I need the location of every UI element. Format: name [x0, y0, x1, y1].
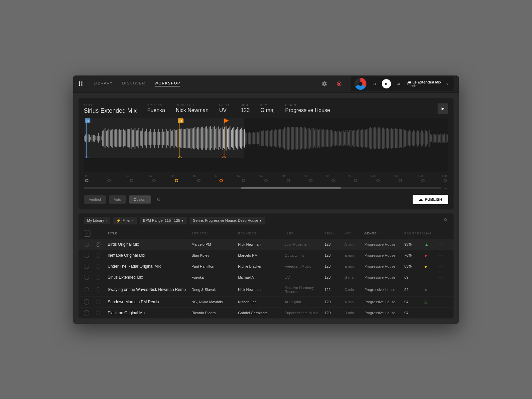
col-artists[interactable]: ARTISTS ↕ — [192, 232, 238, 235]
nav-discover[interactable]: DISCOVER — [122, 81, 145, 86]
track-status[interactable] — [96, 300, 100, 304]
cue-dot-16[interactable] — [444, 179, 447, 182]
svg-rect-60 — [159, 132, 160, 145]
table-row[interactable]: Ineffable Original Mix Stan Kolev Marcel… — [78, 250, 454, 261]
track-play-button[interactable]: ▶ — [438, 103, 448, 114]
filter-button[interactable]: ⚡ Filter ▾ — [113, 217, 137, 224]
search-button[interactable] — [444, 218, 448, 223]
scroll-arrows[interactable]: ↔ — [444, 186, 448, 191]
cue-dot-13[interactable] — [376, 179, 380, 182]
bpm-filter-label: BPM Range: 115 - 125 — [143, 218, 180, 222]
row-select[interactable] — [84, 310, 96, 316]
bpm-filter-tag[interactable]: BPM Range: 115 - 125 ▾ — [140, 217, 187, 224]
nav-workshop[interactable]: WORKSHOP — [155, 81, 180, 86]
track-status[interactable] — [96, 264, 100, 269]
track-status[interactable] — [96, 287, 100, 292]
player-expand-button[interactable]: ∨ — [445, 80, 450, 87]
track-remixers: Gabriel Carminatti — [238, 311, 285, 315]
artists-sort-icon: ↕ — [207, 232, 209, 235]
cue-dot-3[interactable] — [152, 179, 156, 182]
next-track-button[interactable]: ⏭ — [394, 79, 403, 88]
cue-dot-5[interactable] — [197, 179, 200, 182]
table-row[interactable]: ✓ ✓ Birds Original Mix Marcelo PM Nick N… — [78, 239, 454, 250]
cue-dot-11[interactable] — [332, 179, 335, 182]
track-status[interactable] — [96, 311, 100, 315]
col-key[interactable]: KEY ↕ — [344, 232, 364, 235]
scrollbar-thumb[interactable] — [241, 187, 341, 189]
col-title[interactable]: TITLE ↑ — [108, 232, 192, 235]
table-row[interactable]: Plankton Original Mix Ricardo Piedra Gab… — [78, 308, 454, 319]
row-select[interactable] — [84, 287, 96, 292]
svg-rect-131 — [252, 132, 253, 144]
row-select[interactable]: ✓ — [84, 242, 96, 247]
svg-rect-70 — [172, 130, 173, 146]
play-pause-button[interactable]: ▶ — [382, 79, 391, 88]
row-select[interactable] — [84, 264, 96, 269]
table-row[interactable]: Swaying on the Waves Nick Newman Remix D… — [78, 283, 454, 297]
row-select[interactable] — [84, 275, 96, 280]
svg-rect-281 — [447, 134, 448, 142]
track-actions-button[interactable]: ··· — [438, 253, 448, 258]
col-genre[interactable]: GENRE ↑ — [364, 232, 404, 235]
track-status[interactable]: ✓ — [96, 242, 100, 247]
svg-rect-233 — [384, 128, 385, 148]
verified-button[interactable]: Verified — [84, 196, 106, 203]
svg-rect-24 — [112, 129, 113, 148]
track-status[interactable] — [96, 275, 100, 280]
svg-rect-216 — [362, 129, 363, 147]
select-all-button[interactable]: − — [84, 230, 90, 237]
refresh-button[interactable]: ↻ — [154, 195, 163, 204]
svg-rect-82 — [188, 128, 189, 148]
track-status[interactable] — [96, 253, 100, 258]
table-row[interactable]: Sundown Marcelo PM Remix NG, Nikko Mavri… — [78, 297, 454, 308]
col-remixers[interactable]: REMIXERS ↕ — [238, 232, 285, 235]
svg-rect-199 — [340, 132, 341, 145]
col-select[interactable]: − — [84, 230, 96, 237]
scrollbar-track[interactable] — [84, 187, 441, 189]
cue-dot-14[interactable] — [399, 179, 402, 182]
svg-rect-206 — [349, 130, 350, 146]
settings-button[interactable] — [319, 78, 330, 89]
cue-dot-6[interactable] — [219, 179, 223, 182]
table-row[interactable]: Under The Radar Original Mix Paul Hamilt… — [78, 261, 454, 272]
cue-dot-7[interactable] — [242, 179, 245, 182]
svg-rect-33 — [124, 130, 125, 146]
track-actions-button[interactable]: ··· — [438, 264, 448, 269]
col-bpm[interactable]: BPM ↓ — [325, 232, 344, 235]
svg-rect-277 — [442, 134, 443, 143]
cue-dot-10[interactable] — [309, 179, 313, 182]
table-row[interactable]: Sirius Extended Mix Fuenka Michael A UV … — [78, 272, 454, 283]
cue-dot-0[interactable] — [85, 179, 88, 182]
svg-rect-226 — [375, 127, 376, 149]
track-progress: 83% — [404, 264, 424, 268]
cue-dot-1[interactable] — [107, 179, 111, 182]
row-select[interactable] — [84, 299, 96, 305]
svg-rect-174 — [308, 127, 309, 149]
waveform-display[interactable]: C D .wf-bar { position: absolute; bottom… — [84, 118, 448, 172]
publish-button[interactable]: ☁ PUBLISH — [413, 195, 448, 204]
svg-rect-157 — [286, 128, 287, 149]
nav-library[interactable]: LIBRARY — [94, 81, 113, 86]
cue-dot-8[interactable] — [264, 179, 268, 182]
track-actions-button[interactable]: ··· — [438, 242, 448, 247]
track-actions-button[interactable]: ··· — [438, 275, 448, 280]
prev-track-button[interactable]: ⏮ — [370, 79, 379, 88]
cue-dot-4[interactable] — [175, 179, 178, 182]
svg-rect-5 — [88, 134, 89, 142]
cue-dot-15[interactable] — [421, 179, 425, 182]
svg-rect-187 — [325, 129, 326, 147]
svg-rect-223 — [371, 128, 372, 149]
cue-dot-2[interactable] — [130, 179, 133, 182]
track-title: Under The Radar Original Mix — [108, 264, 192, 269]
cue-dot-9[interactable] — [287, 179, 290, 182]
col-label[interactable]: LABEL ↕ — [285, 232, 325, 235]
track-actions-button[interactable]: ··· — [438, 287, 448, 292]
genre-filter-tag[interactable]: Genre: Progressive House, Deep House ▾ — [190, 217, 265, 224]
library-selector[interactable]: My Library ▾ — [84, 217, 110, 224]
row-select[interactable] — [84, 253, 96, 258]
audio-settings-button[interactable] — [334, 78, 344, 89]
auto-button[interactable]: Auto — [109, 196, 126, 203]
cue-dot-12[interactable] — [354, 179, 357, 182]
custom-button[interactable]: Custom — [129, 196, 151, 203]
svg-rect-89 — [197, 127, 198, 149]
